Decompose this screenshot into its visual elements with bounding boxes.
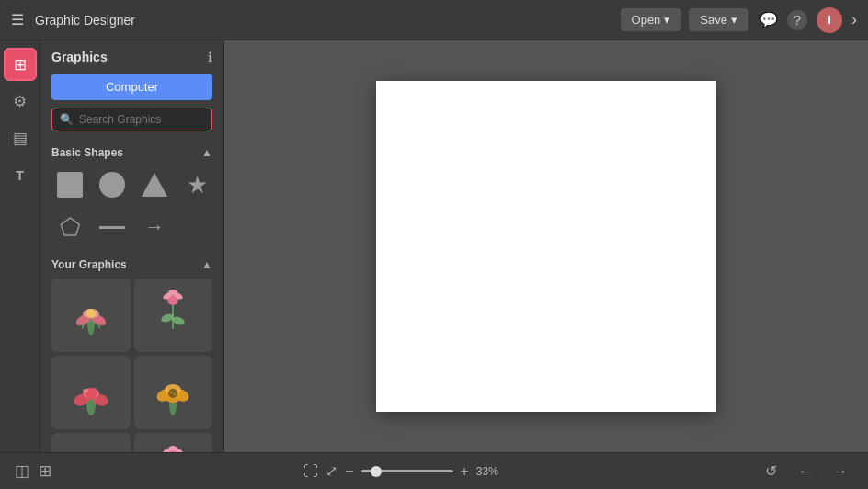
svg-point-13 [168, 290, 177, 295]
app-title: Graphic Designer [35, 13, 610, 28]
shapes-grid: ★ ⬠ → [40, 163, 223, 253]
zoom-in-icon[interactable]: + [461, 463, 469, 480]
main: ⊞ ⚙ ▤ T Graphics ℹ Computer 🔍 Basic Shap… [0, 40, 868, 452]
shape-circle[interactable] [94, 166, 131, 203]
text-icon: T [16, 167, 24, 183]
grid-bottom-icon[interactable]: ⊞ [39, 461, 51, 481]
shape-star[interactable]: ★ [178, 166, 215, 203]
sliders-icon: ⚙ [13, 92, 27, 111]
zoom-control: − + 33% [345, 463, 506, 480]
zoom-out-icon[interactable]: − [345, 463, 353, 480]
list-item[interactable] [51, 433, 131, 452]
your-graphics-label: Your Graphics [51, 258, 127, 271]
shape-pentagon[interactable]: ⬠ [51, 209, 88, 245]
basic-shapes-header: Basic Shapes ▲ [40, 141, 223, 163]
layers-bottom-icon[interactable]: ◫ [15, 461, 29, 481]
your-graphics-toggle[interactable]: ▲ [201, 258, 212, 271]
refresh-button[interactable]: ↺ [758, 459, 783, 484]
panel-header: Graphics ℹ [40, 40, 223, 70]
svg-point-26 [170, 391, 173, 393]
list-item[interactable] [51, 279, 131, 352]
search-icon: 🔍 [60, 113, 74, 126]
panel-section: Basic Shapes ▲ ★ ⬠ → Your Graphics ▲ [40, 141, 223, 452]
zoom-percentage: 33% [476, 465, 506, 478]
icon-sidebar: ⊞ ⚙ ▤ T [0, 40, 40, 452]
chat-icon[interactable]: 💬 [760, 11, 778, 28]
topbar-center: Open ▾ Save ▾ [621, 8, 748, 31]
zoom-slider[interactable] [361, 470, 453, 472]
sidebar-item-layers[interactable]: ▤ [4, 121, 37, 154]
shape-line[interactable] [94, 209, 131, 245]
basic-shapes-toggle[interactable]: ▲ [201, 146, 212, 159]
search-bar[interactable]: 🔍 [51, 108, 212, 131]
svg-point-27 [174, 392, 177, 395]
bottombar: ◫ ⊞ ⛶ ⤢ − + 33% ↺ ← → [0, 452, 868, 489]
redo-button[interactable]: → [828, 459, 853, 484]
svg-point-25 [168, 389, 177, 398]
canvas-white [376, 81, 716, 412]
avatar[interactable]: I [817, 7, 842, 33]
sidebar-item-graphics[interactable]: ⊞ [4, 48, 37, 81]
computer-button[interactable]: Computer [51, 74, 212, 100]
info-icon[interactable]: ℹ [208, 50, 212, 64]
open-button[interactable]: Open ▾ [621, 8, 682, 31]
shape-arrow[interactable]: → [136, 209, 173, 245]
svg-point-19 [83, 389, 88, 392]
help-icon[interactable]: ? [787, 10, 807, 30]
save-button[interactable]: Save ▾ [689, 8, 748, 31]
fit-icon[interactable]: ⛶ [303, 463, 318, 480]
graphics-grid [40, 275, 223, 452]
resize-icon[interactable]: ⤢ [326, 462, 337, 480]
panel-title: Graphics [51, 50, 108, 64]
list-item[interactable] [134, 433, 213, 452]
bottom-right: ↺ ← → [758, 459, 853, 484]
layers-icon: ▤ [13, 129, 28, 148]
basic-shapes-label: Basic Shapes [51, 146, 123, 159]
undo-button[interactable]: ← [793, 459, 818, 484]
sidebar-item-settings[interactable]: ⚙ [4, 85, 37, 118]
topbar-right: 💬 ? I › [760, 7, 857, 33]
menu-icon[interactable]: ☰ [11, 11, 24, 28]
sidebar-item-text[interactable]: T [4, 158, 37, 191]
list-item[interactable] [51, 356, 131, 429]
svg-point-41 [168, 446, 177, 451]
list-item[interactable] [134, 279, 213, 352]
more-icon[interactable]: › [851, 10, 857, 29]
canvas-area[interactable] [224, 40, 868, 452]
grid-icon: ⊞ [14, 55, 27, 74]
search-input[interactable] [79, 113, 204, 126]
bottom-left: ◫ ⊞ [15, 461, 51, 481]
shape-triangle[interactable] [136, 166, 173, 203]
your-graphics-header: Your Graphics ▲ [40, 253, 223, 275]
bottom-center: ⛶ ⤢ − + 33% [63, 462, 747, 480]
topbar: ☰ Graphic Designer Open ▾ Save ▾ 💬 ? I › [0, 0, 868, 40]
list-item[interactable] [134, 356, 213, 429]
shape-square[interactable] [51, 166, 88, 203]
panel: Graphics ℹ Computer 🔍 Basic Shapes ▲ ★ ⬠… [40, 40, 224, 452]
svg-point-4 [86, 309, 96, 318]
